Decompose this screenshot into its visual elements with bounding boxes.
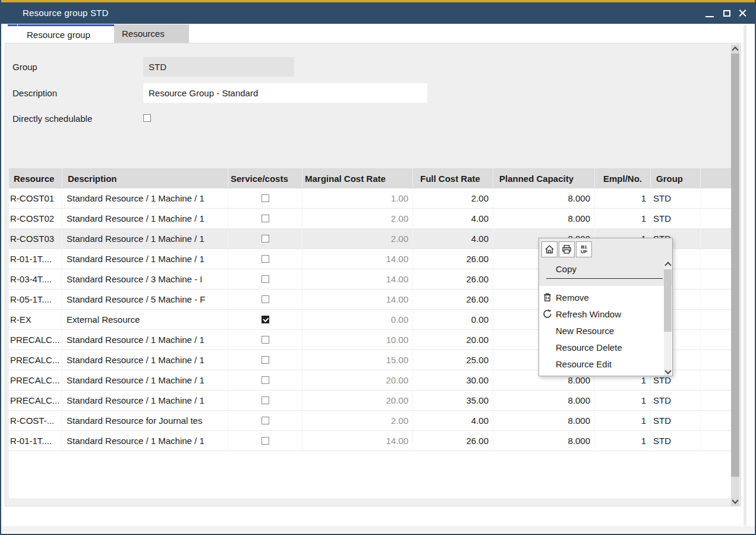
service-costs-checkbox[interactable]: [262, 295, 269, 303]
cell-description: Standard Resource / 1 Machine / 1: [62, 370, 228, 390]
cell-service-costs: [228, 370, 303, 390]
minimize-button[interactable]: [701, 2, 718, 24]
menu-item-label: Resource Delete: [556, 342, 622, 353]
tab-accent-dash: [8, 24, 17, 26]
menu-item-remove[interactable]: Remove: [539, 289, 664, 306]
cell-extra: [701, 350, 733, 370]
scroll-down-arrow-icon[interactable]: [731, 498, 739, 506]
menu-item-label: Remove: [556, 292, 589, 303]
menu-item-new-resource[interactable]: New Resource: [539, 322, 664, 339]
description-field[interactable]: Resource Group - Standard: [143, 83, 427, 103]
column-header-full-cost-rate[interactable]: Full Cost Rate: [413, 168, 493, 188]
cell-planned-capacity: 8.000: [493, 188, 595, 208]
cell-group: STD: [651, 209, 701, 228]
cell-marginal-cost-rate: 15.00: [303, 350, 413, 370]
refresh-icon: [542, 309, 553, 319]
table-row[interactable]: R-COST-...Standard Resource for Journal …: [9, 411, 733, 431]
cell-marginal-cost-rate: 2.00: [303, 209, 413, 228]
table-header-row: ResourceDescriptionService/costsMarginal…: [9, 168, 733, 188]
cell-resource: PRECALC...: [9, 350, 62, 370]
cell-service-costs: [228, 209, 303, 228]
cell-full-cost-rate: 4.00: [413, 411, 493, 430]
cell-description: External Resource: [62, 310, 228, 329]
cell-description: Standard Resource / 1 Machine / 1: [62, 330, 228, 350]
cell-service-costs: [228, 229, 303, 248]
column-header-empl-no[interactable]: Empl/No.: [595, 168, 651, 188]
scroll-up-arrow-icon[interactable]: [731, 45, 739, 53]
cell-resource: R-05-1T....: [9, 289, 62, 309]
menu-item-label: Resource Edit: [556, 359, 612, 369]
service-costs-checkbox[interactable]: [262, 215, 269, 222]
cell-marginal-cost-rate: 2.00: [303, 411, 413, 430]
maximize-button[interactable]: [719, 2, 736, 24]
cell-service-costs: [228, 188, 303, 208]
column-header-service-costs[interactable]: Service/costs: [228, 168, 303, 188]
menu-item-refresh-window[interactable]: Refresh Window: [539, 306, 664, 322]
table-row[interactable]: R-COST02Standard Resource / 1 Machine / …: [9, 209, 733, 229]
cell-description: Standard Resource / 1 Machine / 1: [62, 249, 228, 269]
cell-planned-capacity: 8.000: [493, 209, 595, 228]
service-costs-checkbox[interactable]: [262, 255, 269, 263]
b1up-button[interactable]: B1 UP: [576, 241, 592, 257]
trash-icon: [542, 292, 553, 303]
column-header-description[interactable]: Description: [62, 168, 228, 188]
cell-empl-no: 1: [595, 431, 651, 451]
menu-item-resource-edit[interactable]: Resource Edit: [539, 355, 664, 372]
menu-scrollbar-thumb[interactable]: [664, 269, 672, 332]
maximize-icon: [723, 10, 730, 17]
cell-extra: [701, 330, 733, 350]
main-vertical-scrollbar[interactable]: [731, 45, 739, 506]
service-costs-checkbox[interactable]: [262, 417, 269, 424]
cell-description: Standard Resource / 1 Machine / 1: [62, 188, 228, 208]
service-costs-checkbox[interactable]: [262, 396, 269, 404]
directly-schedulable-checkbox[interactable]: [143, 114, 151, 122]
service-costs-checkbox[interactable]: [262, 275, 269, 283]
service-costs-checkbox[interactable]: [262, 356, 269, 364]
tab-resource-group[interactable]: Resource group: [18, 24, 114, 43]
menu-item-resource-delete[interactable]: Resource Delete: [539, 339, 664, 355]
service-costs-checkbox[interactable]: [262, 437, 269, 445]
menu-scroll-down-icon[interactable]: [664, 368, 672, 376]
column-header-extra[interactable]: [701, 168, 733, 188]
table-row[interactable]: PRECALC...Standard Resource / 1 Machine …: [9, 391, 733, 411]
home-button[interactable]: [541, 241, 557, 257]
column-header-planned-capacity[interactable]: Planned Capacity: [493, 168, 595, 188]
cell-marginal-cost-rate: 14.00: [303, 431, 413, 451]
cell-group: STD: [651, 431, 701, 451]
column-header-group[interactable]: Group: [651, 168, 701, 188]
cell-resource: R-03-4T....: [9, 269, 62, 289]
description-label: Description: [12, 83, 57, 103]
main-scrollbar-thumb[interactable]: [731, 54, 739, 477]
footer-strip: [1, 526, 755, 532]
cell-full-cost-rate: 30.00: [413, 370, 493, 390]
printer-button[interactable]: [559, 241, 575, 257]
column-header-resource[interactable]: Resource: [9, 168, 62, 188]
service-costs-checkbox[interactable]: [262, 194, 269, 202]
cell-full-cost-rate: 20.00: [413, 330, 493, 350]
context-menu-scrollbar[interactable]: [664, 260, 672, 376]
menu-scroll-up-icon[interactable]: [664, 260, 672, 268]
close-button[interactable]: [735, 2, 751, 24]
group-field: STD: [143, 57, 294, 77]
column-header-marginal-cost-rate[interactable]: Marginal Cost Rate: [303, 168, 413, 188]
tab-bar: Resource group Resources: [0, 24, 756, 43]
service-costs-checkbox[interactable]: [262, 376, 269, 384]
service-costs-checkbox[interactable]: [262, 336, 269, 344]
table-row[interactable]: R-COST01Standard Resource / 1 Machine / …: [9, 188, 733, 209]
cell-full-cost-rate: 0.00: [413, 310, 493, 329]
service-costs-checkbox[interactable]: [262, 235, 269, 243]
cell-resource: R-COST01: [9, 188, 62, 208]
tab-resources[interactable]: Resources: [114, 24, 189, 43]
cell-full-cost-rate: 26.00: [413, 269, 493, 289]
cell-empl-no: 1: [595, 209, 651, 228]
close-icon: [738, 9, 747, 18]
cell-marginal-cost-rate: 20.00: [303, 370, 413, 390]
cell-marginal-cost-rate: 10.00: [303, 330, 413, 350]
table-row[interactable]: R-01-1T....Standard Resource / 1 Machine…: [9, 431, 733, 451]
service-costs-checkbox[interactable]: [262, 316, 269, 323]
menu-separator: [546, 278, 663, 279]
cell-empl-no: 1: [595, 188, 651, 208]
cell-marginal-cost-rate: 1.00: [303, 188, 413, 208]
cell-marginal-cost-rate: 14.00: [303, 289, 413, 309]
cell-planned-capacity: 8.000: [493, 411, 595, 430]
